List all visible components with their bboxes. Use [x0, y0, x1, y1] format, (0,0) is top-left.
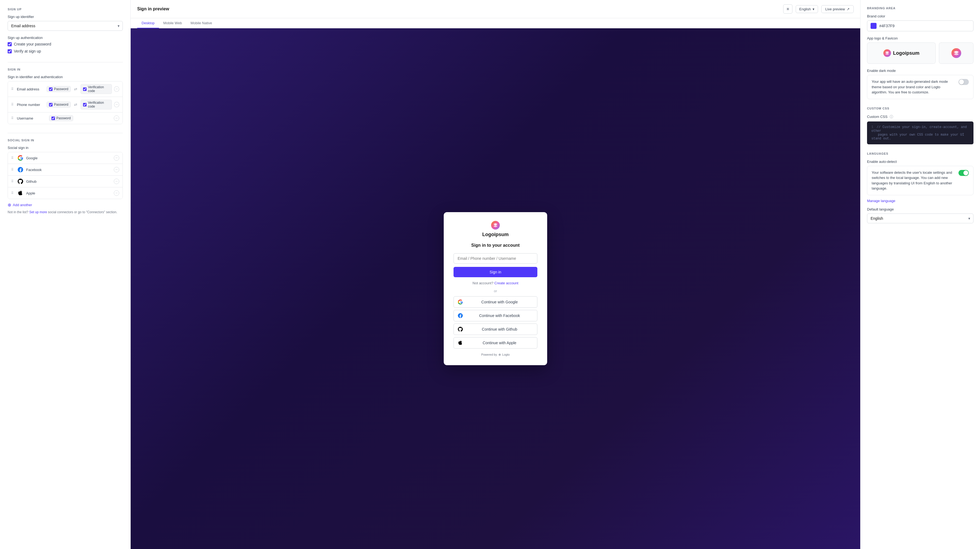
- signin-row-phone: ⠿ Phone number Password ⇄ Verification c…: [8, 97, 123, 113]
- sign-up-label: SIGN UP: [8, 8, 123, 11]
- logo-box-favicon[interactable]: [939, 43, 974, 64]
- remove-facebook-btn[interactable]: −: [114, 167, 119, 172]
- drag-handle-phone[interactable]: ⠿: [11, 103, 14, 107]
- logo-area: Logoipsum: [867, 43, 974, 64]
- apple-label: Apple: [26, 191, 111, 195]
- tab-mobile-web[interactable]: Mobile Web: [159, 18, 186, 28]
- email-verif-badge[interactable]: Verification code: [81, 84, 112, 94]
- preview-powered: Powered by ⊕ Logto: [453, 353, 538, 356]
- email-password-check[interactable]: [49, 88, 52, 91]
- preview-apple-icon: [458, 340, 463, 345]
- preview-apple-btn[interactable]: Continue with Apple: [453, 337, 538, 348]
- left-panel: SIGN UP Sign up identifier Email address…: [0, 0, 130, 549]
- create-password-checkbox-item[interactable]: Create your password: [8, 42, 123, 46]
- center-header: Sign in preview ☀ English ▾ Live preview…: [130, 0, 860, 18]
- phone-password-badge[interactable]: Password: [46, 102, 71, 108]
- dark-mode-toggle[interactable]: [958, 79, 969, 85]
- external-link-icon: ↗: [846, 7, 850, 11]
- drag-handle-email[interactable]: ⠿: [11, 87, 14, 91]
- languages-section-title: LANGUAGES: [867, 152, 974, 155]
- email-verif-check[interactable]: [83, 88, 87, 91]
- theme-toggle-btn[interactable]: ☀: [783, 4, 792, 14]
- arrow-icon-phone: ⇄: [74, 102, 77, 107]
- tab-desktop[interactable]: Desktop: [137, 18, 159, 28]
- social-row-facebook: ⠿ Facebook −: [8, 164, 123, 176]
- drag-handle-apple[interactable]: ⠿: [11, 191, 14, 195]
- google-icon: [18, 155, 24, 161]
- signup-identifier-select-wrapper[interactable]: Email address Phone number Username: [8, 21, 123, 31]
- default-language-label: Default language: [867, 207, 974, 211]
- add-another-icon: ⊕: [8, 202, 11, 207]
- verify-signup-checkbox-item[interactable]: Verify at sign up: [8, 49, 123, 53]
- manage-language-link[interactable]: Manage language: [867, 199, 895, 203]
- remove-apple-btn[interactable]: −: [114, 190, 119, 196]
- default-language-select[interactable]: English Chinese Spanish French: [867, 213, 974, 223]
- create-password-checkbox[interactable]: [8, 42, 12, 46]
- verify-signup-checkbox[interactable]: [8, 49, 12, 53]
- brand-color-row[interactable]: #4F37F9: [867, 21, 974, 31]
- email-password-badge[interactable]: Password: [46, 86, 71, 92]
- signin-id-username: Username: [17, 116, 47, 120]
- username-password-badge[interactable]: Password: [49, 115, 73, 121]
- verify-signup-label: Verify at sign up: [14, 49, 41, 53]
- preview-no-account: Not account? Create account: [453, 281, 538, 285]
- drag-handle-github[interactable]: ⠿: [11, 180, 14, 183]
- remove-phone-btn[interactable]: −: [114, 102, 119, 107]
- tab-mobile-native[interactable]: Mobile Native: [186, 18, 216, 28]
- live-preview-btn[interactable]: Live preview ↗: [821, 5, 854, 13]
- preview-sign-in-btn[interactable]: Sign in: [453, 267, 538, 277]
- facebook-icon: [18, 167, 24, 173]
- preview-github-label: Continue with Github: [466, 327, 533, 331]
- remove-github-btn[interactable]: −: [114, 179, 119, 184]
- preview-google-btn[interactable]: Continue with Google: [453, 296, 538, 308]
- signup-identifier-select[interactable]: Email address Phone number Username: [8, 21, 123, 31]
- branding-section: BRANDING AREA Brand color #4F37F9 App lo…: [867, 6, 974, 99]
- phone-verif-badge[interactable]: Verification code: [81, 100, 112, 110]
- create-account-link[interactable]: Create account: [494, 281, 518, 285]
- chevron-down-icon: ▾: [813, 7, 815, 11]
- logo-box-main[interactable]: Logoipsum: [867, 43, 935, 64]
- preview-or: or: [453, 289, 538, 293]
- username-password-check[interactable]: [51, 116, 55, 120]
- preview-facebook-btn[interactable]: Continue with Facebook: [453, 310, 538, 321]
- remove-username-btn[interactable]: −: [114, 115, 119, 121]
- signin-id-phone: Phone number: [17, 103, 45, 107]
- signin-id-email: Email address: [17, 87, 45, 91]
- add-another-btn[interactable]: ⊕ Add another: [8, 202, 123, 207]
- signup-auth-label: Sign up authentication: [8, 36, 123, 40]
- center-panel: Sign in preview ☀ English ▾ Live preview…: [130, 0, 860, 549]
- create-password-label: Create your password: [14, 42, 51, 46]
- phone-password-check[interactable]: [49, 103, 52, 107]
- default-language-select-wrapper[interactable]: English Chinese Spanish French: [867, 213, 974, 223]
- preview-google-icon: [458, 299, 463, 305]
- drag-handle-facebook[interactable]: ⠿: [11, 168, 14, 172]
- phone-verif-check[interactable]: [83, 103, 87, 107]
- not-in-list-text: Not in the list? Set up more social conn…: [8, 210, 123, 214]
- custom-css-section-title: CUSTOM CSS: [867, 107, 974, 110]
- remove-google-btn[interactable]: −: [114, 155, 119, 161]
- drag-handle-username[interactable]: ⠿: [11, 116, 14, 120]
- set-up-more-link[interactable]: Set up more: [29, 210, 47, 214]
- add-another-label: Add another: [13, 203, 32, 207]
- signin-row-username: ⠿ Username Password −: [8, 113, 123, 124]
- css-comment: // Customize your sign-in, create-accoun…: [871, 125, 967, 133]
- css-comment-2: pages with your own CSS code to make you…: [871, 133, 964, 140]
- language-btn[interactable]: English ▾: [796, 5, 818, 13]
- enable-auto-detect-label: Enable auto-detect: [867, 159, 974, 164]
- drag-handle-google[interactable]: ⠿: [11, 156, 14, 160]
- preview-subtitle: Sign in to your account: [453, 243, 538, 248]
- remove-email-btn[interactable]: −: [114, 86, 119, 92]
- signin-row-email: ⠿ Email address Password ⇄ Verification …: [8, 81, 123, 97]
- arrow-icon-email: ⇄: [74, 87, 77, 91]
- preview-github-btn[interactable]: Continue with Github: [453, 323, 538, 335]
- github-icon: [18, 178, 24, 185]
- logo-circle-icon: [883, 49, 891, 57]
- css-editor[interactable]: 1// Customize your sign-in, create-accou…: [867, 121, 974, 144]
- preview-identifier-input[interactable]: [453, 253, 538, 264]
- branding-section-title: BRANDING AREA: [867, 6, 974, 10]
- signin-id-auth-label: Sign in identifier and authentication: [8, 75, 123, 79]
- sign-in-label: SIGN IN: [8, 68, 123, 71]
- social-row-apple: ⠿ Apple −: [8, 187, 123, 199]
- logo-text-display: Logoipsum: [883, 49, 920, 57]
- auto-detect-toggle[interactable]: [958, 170, 969, 176]
